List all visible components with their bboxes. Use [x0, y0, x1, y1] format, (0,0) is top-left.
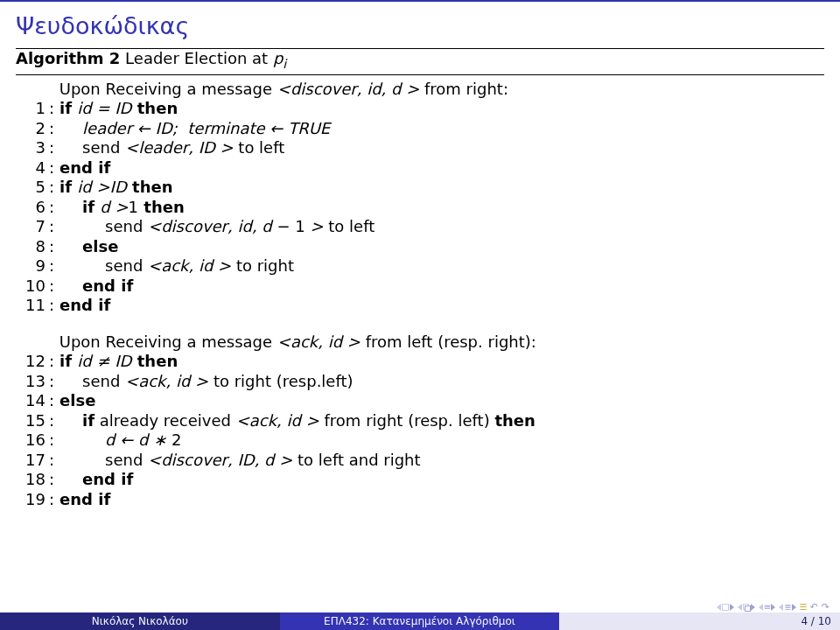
- nav-subsection-group[interactable]: ≣: [779, 602, 795, 612]
- nav-next2-icon: [751, 604, 755, 611]
- event-header-2: Upon Receiving a message <ack, id > from…: [16, 332, 824, 353]
- slide-content: Ψευδοκώδικας Algorithm 2 Leader Election…: [0, 0, 840, 509]
- line-15: 15:if already received <ack, id > from r…: [16, 411, 824, 431]
- nav-slide-group[interactable]: [717, 604, 734, 611]
- event1: Upon Receiving a message <discover, id, …: [60, 80, 508, 100]
- nav-fwd-icon[interactable]: ↷: [822, 601, 830, 612]
- line-6: 6:if d >1 then: [16, 198, 824, 218]
- line-19: 19:end if: [16, 490, 824, 510]
- slide-title: Ψευδοκώδικας: [16, 12, 824, 39]
- line-5: 5:if id >ID then: [16, 178, 824, 198]
- footer-page: 4 / 10: [559, 612, 840, 630]
- nav-goto-icon[interactable]: ☰: [800, 602, 807, 612]
- line-13: 13:send <ack, id > to right (resp.left): [16, 372, 824, 392]
- footer: Νικόλας Νικολάου ΕΠΛ432: Κατανεμημένοι Α…: [0, 612, 840, 630]
- event2: Upon Receiving a message <ack, id > from…: [60, 332, 536, 353]
- algo-var: p: [273, 49, 283, 67]
- algo-caption: Algorithm 2 Leader Election at pi: [16, 49, 824, 71]
- nav-stack-icon: [743, 604, 750, 611]
- nav-prev3-icon: [759, 604, 763, 611]
- line-2: 2:leader ← ID; terminate ← TRUE: [16, 119, 824, 139]
- footer-author: Νικόλας Νικολάου: [0, 612, 280, 630]
- line-1: 1:if id = ID then: [16, 99, 824, 119]
- line-10: 10:end if: [16, 276, 824, 297]
- nav-back-icon[interactable]: ↶: [810, 601, 818, 612]
- algo-sub: i: [283, 57, 286, 71]
- line-8: 8:else: [16, 237, 824, 257]
- beamer-nav: ≡ ≣ ☰ ↶ ↷: [717, 601, 830, 612]
- line-12: 12:if id ≠ ID then: [16, 352, 824, 372]
- line-16: 16:d ← d ∗ 2: [16, 430, 824, 451]
- code-block-1: Upon Receiving a message <discover, id, …: [16, 80, 824, 316]
- nav-next4-icon: [792, 604, 796, 611]
- event-header-1: Upon Receiving a message <discover, id, …: [16, 80, 824, 100]
- nav-next-icon: [730, 604, 734, 611]
- line-11: 11:end if: [16, 296, 824, 316]
- line-14: 14:else: [16, 391, 824, 411]
- algo-rule-mid: [16, 74, 824, 75]
- line-9: 9:send <ack, id > to right: [16, 256, 824, 276]
- nav-section-group[interactable]: ≡: [759, 602, 775, 612]
- nav-prev2-icon: [738, 604, 742, 611]
- line-17: 17:send <discover, ID, d > to left and r…: [16, 451, 824, 471]
- footer-title: ΕΠΛ432: Κατανεμημένοι Αλγόριθμοι: [280, 612, 560, 630]
- line-4: 4:end if: [16, 158, 824, 178]
- line-7: 7:send <discover, id, d − 1 > to left: [16, 217, 824, 237]
- nav-prev4-icon: [779, 604, 783, 611]
- code-block-2: Upon Receiving a message <ack, id > from…: [16, 332, 824, 510]
- algo-caption-text: Leader Election at: [120, 49, 273, 67]
- nav-frame-icon: [722, 604, 729, 611]
- line-3: 3:send <leader, ID > to left: [16, 138, 824, 158]
- nav-bars2-icon: ≣: [784, 602, 790, 612]
- nav-prev-icon: [717, 604, 721, 611]
- algo-number: Algorithm 2: [16, 49, 120, 67]
- header-rule: [0, 0, 840, 2]
- nav-frame-group[interactable]: [738, 604, 755, 611]
- line-18: 18:end if: [16, 470, 824, 490]
- nav-bars-icon: ≡: [764, 602, 770, 612]
- nav-next3-icon: [771, 604, 775, 611]
